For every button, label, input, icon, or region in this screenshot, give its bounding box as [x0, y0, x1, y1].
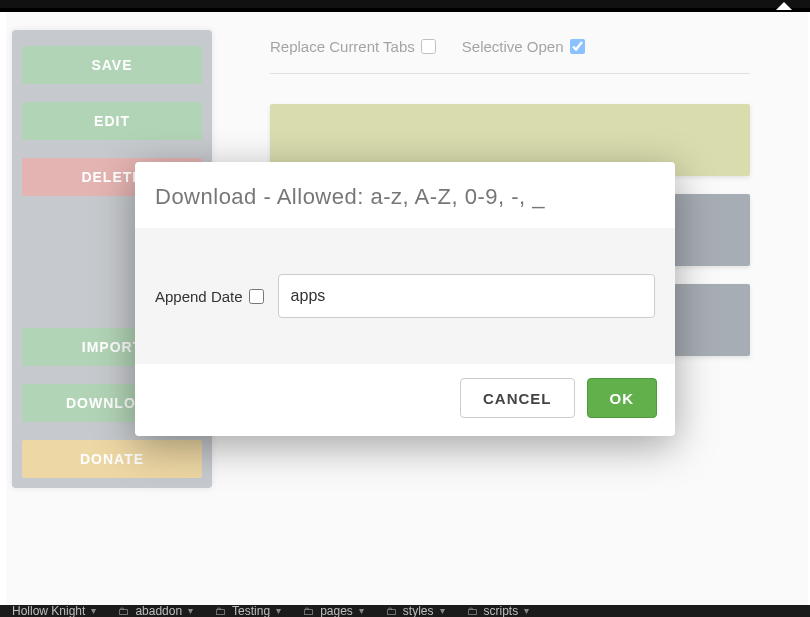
browser-tab-strip: Hollow Knight ▾ 🗀 abaddon ▾ 🗀 Testing ▾ …: [0, 605, 810, 617]
chevron-down-icon: ▾: [188, 605, 193, 617]
tab-label: pages: [320, 605, 353, 617]
append-date-option[interactable]: Append Date: [155, 288, 264, 305]
tab-label: abaddon: [135, 605, 182, 617]
chevron-down-icon: ▾: [524, 605, 529, 617]
append-date-checkbox[interactable]: [249, 289, 264, 304]
folder-icon: 🗀: [215, 605, 226, 617]
chevron-down-icon: ▾: [91, 605, 96, 617]
tab-label: styles: [403, 605, 434, 617]
modal-title: Download - Allowed: a-z, A-Z, 0-9, -, _: [135, 162, 675, 228]
append-date-label: Append Date: [155, 288, 243, 305]
tab-hollow-knight[interactable]: Hollow Knight ▾: [6, 605, 102, 617]
tab-scripts[interactable]: 🗀 scripts ▾: [461, 605, 536, 617]
folder-icon: 🗀: [467, 605, 478, 617]
tab-label: Testing: [232, 605, 270, 617]
ok-button[interactable]: OK: [587, 378, 658, 418]
tab-testing[interactable]: 🗀 Testing ▾: [209, 605, 287, 617]
chevron-down-icon: ▾: [276, 605, 281, 617]
chevron-down-icon: ▾: [359, 605, 364, 617]
tab-pages[interactable]: 🗀 pages ▾: [297, 605, 370, 617]
chevron-down-icon: ▾: [440, 605, 445, 617]
tab-abaddon[interactable]: 🗀 abaddon ▾: [112, 605, 199, 617]
download-modal: Download - Allowed: a-z, A-Z, 0-9, -, _ …: [135, 162, 675, 436]
modal-footer: CANCEL OK: [135, 364, 675, 436]
tab-label: scripts: [484, 605, 519, 617]
tab-label: Hollow Knight: [12, 605, 85, 617]
folder-icon: 🗀: [303, 605, 314, 617]
popup-anchor-arrow-icon: [776, 2, 792, 10]
filename-input[interactable]: [278, 274, 655, 318]
cancel-button[interactable]: CANCEL: [460, 378, 575, 418]
folder-icon: 🗀: [118, 605, 129, 617]
modal-body: Append Date: [135, 228, 675, 364]
folder-icon: 🗀: [386, 605, 397, 617]
tab-styles[interactable]: 🗀 styles ▾: [380, 605, 451, 617]
browser-top-bar: [0, 0, 810, 8]
